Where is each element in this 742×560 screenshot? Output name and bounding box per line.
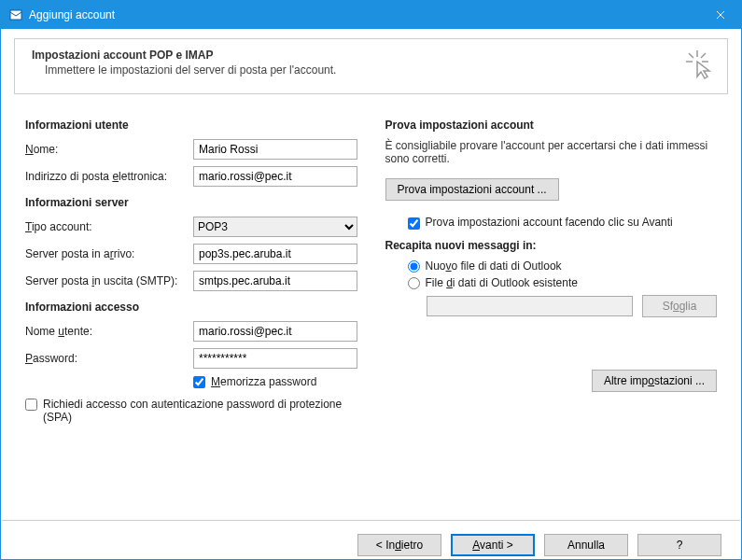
test-settings-button[interactable]: Prova impostazioni account ... [385, 178, 559, 201]
spa-label: Richiedi accesso con autenticazione pass… [43, 398, 357, 424]
test-settings-description: È consigliabile provare l'account per ac… [385, 139, 718, 165]
name-input[interactable] [193, 139, 357, 160]
password-label: Password: [25, 352, 193, 365]
wizard-header: Impostazioni account POP e IMAP Immetter… [14, 38, 728, 93]
svg-line-3 [689, 53, 693, 58]
svg-line-4 [701, 53, 706, 58]
account-type-select[interactable]: POP3 [193, 217, 357, 237]
user-info-heading: Informazioni utente [25, 119, 357, 132]
account-type-label: Tipo account: [25, 220, 193, 233]
more-settings-button[interactable]: Altre impostazioni ... [592, 370, 717, 392]
password-input[interactable] [193, 348, 357, 369]
help-button[interactable]: ? [637, 534, 721, 556]
browse-button: Sfoglia [642, 295, 717, 317]
new-datafile-radio[interactable] [408, 260, 420, 273]
incoming-server-label: Server posta in arrivo: [25, 247, 193, 260]
existing-datafile-label: File di dati di Outlook esistente [426, 276, 578, 289]
username-label: Nome utente: [25, 325, 193, 338]
server-info-heading: Informazioni server [25, 196, 357, 209]
outgoing-server-label: Server posta in uscita (SMTP): [25, 274, 193, 287]
name-label: Nome: [25, 143, 193, 156]
remember-password-label: Memorizza password [211, 375, 316, 388]
auto-test-label: Prova impostazioni account facendo clic … [426, 216, 673, 229]
wizard-subtitle: Immettere le impostazioni del server di … [32, 63, 710, 77]
close-button[interactable] [699, 1, 741, 29]
remember-password-checkbox[interactable] [193, 376, 205, 388]
datafile-path-input [427, 296, 634, 316]
auto-test-checkbox[interactable] [408, 217, 420, 230]
outgoing-server-input[interactable] [193, 271, 357, 291]
email-input[interactable] [193, 166, 357, 187]
wizard-icon [684, 49, 716, 84]
existing-datafile-radio[interactable] [408, 277, 420, 289]
username-input[interactable] [193, 321, 357, 342]
wizard-title: Impostazioni account POP e IMAP [32, 49, 710, 62]
spa-checkbox[interactable] [25, 399, 37, 411]
svg-rect-0 [10, 10, 21, 20]
test-settings-heading: Prova impostazioni account [385, 119, 718, 132]
app-icon [8, 7, 23, 22]
next-button[interactable]: Avanti > [451, 534, 535, 556]
back-button[interactable]: < Indietro [357, 534, 441, 556]
cancel-button[interactable]: Annulla [544, 534, 628, 556]
window-title: Aggiungi account [29, 8, 699, 21]
email-label: Indirizzo di posta elettronica: [25, 170, 193, 183]
deliver-heading: Recapita nuovi messaggi in: [385, 239, 718, 252]
login-info-heading: Informazioni accesso [25, 301, 357, 314]
incoming-server-input[interactable] [193, 244, 357, 264]
new-datafile-label: Nuovo file di dati di Outlook [426, 259, 562, 273]
